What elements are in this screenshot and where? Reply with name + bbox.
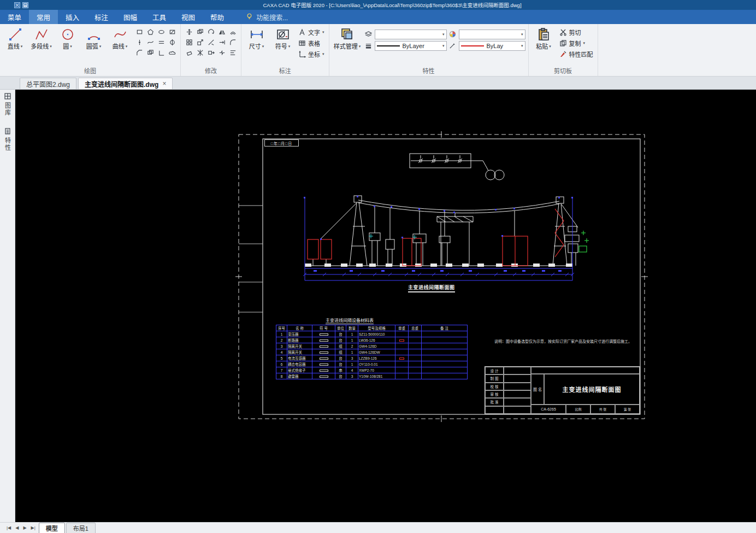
linewidth-icon[interactable]: [364, 42, 373, 49]
search-label: 功能搜索...: [256, 13, 288, 22]
menu-item-annotate[interactable]: 标注: [87, 10, 116, 24]
sheet-last-button[interactable]: ▶|: [29, 525, 38, 530]
axis-tool-icon[interactable]: [156, 48, 167, 58]
arc-tool[interactable]: 圆弧▾: [81, 25, 106, 50]
cut-icon: [559, 28, 567, 36]
ribbon-group-properties: 样式管理▾ ▾ ▾ ByLayer▾ ByLay▾ 特性: [329, 24, 529, 76]
side-tab-properties[interactable]: 特性: [3, 127, 12, 151]
copy-tool[interactable]: 复制▾: [558, 38, 595, 48]
rectangle-tool-icon[interactable]: [134, 27, 145, 37]
sheet-next-button[interactable]: ▶: [21, 525, 28, 530]
menu-item-menu[interactable]: 菜单: [0, 10, 29, 24]
pen-icon[interactable]: [448, 42, 457, 49]
circle-tool[interactable]: 圆▾: [55, 25, 80, 50]
sheet-prev-button[interactable]: ◀: [13, 525, 21, 530]
stretch-tool-icon[interactable]: [205, 48, 216, 58]
drawing-number: CA-6265: [531, 405, 566, 414]
menu-item-help[interactable]: 帮助: [203, 10, 232, 24]
align-tool-icon[interactable]: [227, 48, 238, 58]
titlebar: CAXA CAD 电子图版 2020 - [C:\Users\liao_\App…: [0, 0, 756, 10]
centerline-tool-icon[interactable]: [167, 37, 178, 48]
ribbon-group-draw: 直线▾ 多段线▾ 圆▾ 圆弧▾ 曲线▾: [0, 24, 181, 76]
function-search[interactable]: 功能搜索...: [246, 10, 288, 24]
properties-icon: [4, 127, 11, 135]
tab-close-icon[interactable]: ×: [162, 80, 166, 87]
menu-item-insert[interactable]: 插入: [58, 10, 87, 24]
library-icon: [4, 92, 11, 100]
block-tool-icon[interactable]: [145, 48, 156, 58]
dimension-tool[interactable]: 尺寸▾: [244, 25, 269, 50]
layer-combo[interactable]: ▾: [375, 30, 447, 39]
doc-tab-siteplan[interactable]: 总平面图2.dwg: [20, 78, 76, 89]
copy-tool-icon[interactable]: [194, 27, 205, 37]
point-tool-icon[interactable]: [134, 37, 145, 48]
menu-item-view[interactable]: 视图: [174, 10, 203, 24]
menubar: 菜单 常用 插入 标注 图幅 工具 视图 帮助 功能搜索...: [0, 10, 756, 24]
section-title: 主变进线间隔断面图: [408, 284, 455, 292]
model-tab[interactable]: 模型: [39, 523, 65, 533]
menu-item-tools[interactable]: 工具: [145, 10, 174, 24]
paste-tool[interactable]: 粘贴▾: [531, 25, 556, 50]
sheet-bar: |◀ ◀ ▶ ▶| 模型 布局1: [0, 522, 756, 533]
title-block-row-label: 校 核: [485, 383, 504, 390]
offset-tool-icon[interactable]: [227, 27, 238, 37]
style-manager-icon: [339, 26, 356, 43]
drawing-name: 主变进线间隔断面图: [544, 374, 640, 405]
material-table: 序号名 称符 号单位数量型号及规格单重总重备 注1变压器台1SZ11-50000…: [276, 325, 468, 379]
group-label-draw: 绘图: [3, 67, 178, 76]
polygon-tool-icon[interactable]: [145, 27, 156, 37]
menu-item-home[interactable]: 常用: [29, 10, 58, 24]
group-label-clipboard: 剪切板: [531, 67, 595, 76]
break-tool-icon[interactable]: [216, 48, 227, 58]
side-tab-library[interactable]: 图库: [3, 92, 12, 116]
match-properties-icon: [559, 50, 567, 58]
multiline-tool-icon[interactable]: [156, 37, 167, 48]
polyline-tool[interactable]: 多段线▾: [29, 25, 54, 50]
cut-tool[interactable]: 剪切: [558, 27, 595, 37]
color-wheel-icon[interactable]: [448, 31, 457, 38]
line-icon: [7, 26, 23, 43]
cad-drawing: [15, 90, 756, 522]
layout1-tab[interactable]: 布局1: [66, 523, 96, 533]
mirror-tool-icon[interactable]: [216, 27, 227, 37]
save-icon[interactable]: [22, 2, 28, 8]
circle-icon: [60, 26, 76, 43]
scale-tool-icon[interactable]: [194, 37, 205, 48]
sheet-first-button[interactable]: |◀: [4, 525, 13, 530]
table-tool[interactable]: 表格: [297, 38, 326, 48]
text-tool[interactable]: 文字▾: [297, 27, 326, 37]
drawing-name-label: 图 名: [531, 374, 544, 405]
linetype-combo[interactable]: ByLayer▾: [375, 41, 447, 51]
match-properties-tool[interactable]: 特性匹配: [558, 49, 595, 59]
color-combo[interactable]: ▾: [459, 30, 525, 39]
drawing-canvas[interactable]: □年□月□日 主变进线间隔断面图 主变进线间隔设备材料表 序号名 称符 号单位数…: [15, 90, 756, 522]
entity-color-combo[interactable]: ByLay▾: [459, 41, 525, 51]
ribbon-group-annotate: 尺寸▾ 符号▾ 文字▾ 表格 坐标▾ 标注: [241, 24, 329, 76]
erase-tool-icon[interactable]: [184, 48, 194, 58]
style-manager-tool[interactable]: 样式管理▾: [332, 25, 363, 50]
side-panel-strip: 图库 特性: [0, 90, 15, 522]
app-icon[interactable]: [14, 2, 20, 8]
move-tool-icon[interactable]: [184, 27, 194, 37]
hatch-tool-icon[interactable]: [167, 27, 178, 37]
spline-tool-icon[interactable]: [145, 37, 156, 48]
curve-tool[interactable]: 曲线▾: [108, 25, 132, 50]
extend-tool-icon[interactable]: [216, 37, 227, 48]
symbol-tool[interactable]: 符号▾: [270, 25, 295, 50]
chamfer-tool-icon[interactable]: [134, 48, 145, 58]
ellipse-tool-icon[interactable]: [156, 27, 167, 37]
fillet-tool-icon[interactable]: [227, 37, 238, 48]
coordinate-icon: [298, 50, 306, 58]
trim-tool-icon[interactable]: [205, 37, 216, 48]
copy-icon: [559, 39, 567, 47]
array-tool-icon[interactable]: [184, 37, 194, 48]
menu-item-frame[interactable]: 图幅: [116, 10, 145, 24]
layer-icon[interactable]: [364, 31, 373, 38]
cloud-tool-icon[interactable]: [167, 48, 178, 58]
doc-tab-section[interactable]: 主变进线间隔断面图.dwg ×: [78, 78, 173, 89]
explode-tool-icon[interactable]: [194, 48, 205, 58]
rotate-tool-icon[interactable]: [205, 27, 216, 37]
drawing-note: 说明：图中设备选型仅为示意，按实际订货厂家产品及安装尺寸进行调整后施工。: [494, 338, 632, 344]
coordinate-tool[interactable]: 坐标▾: [297, 49, 326, 59]
line-tool[interactable]: 直线▾: [3, 25, 27, 50]
